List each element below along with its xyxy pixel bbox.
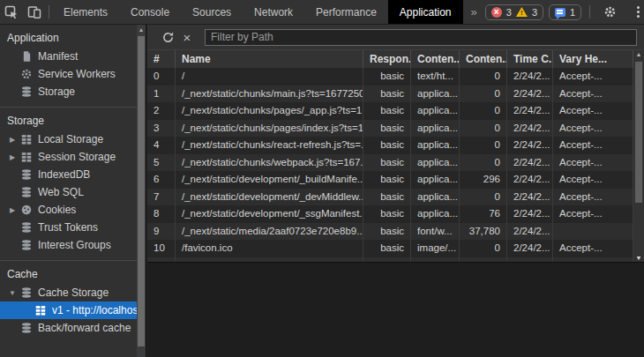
column-header-time-c[interactable]: Time C... xyxy=(507,50,553,68)
device-toolbar-icon[interactable] xyxy=(23,0,46,24)
panel-tabs: ElementsConsoleSourcesNetworkPerformance… xyxy=(52,0,463,24)
table-row[interactable]: 4/_next/static/chunks/react-refresh.js?t… xyxy=(147,137,644,154)
table-cell: basic xyxy=(363,102,411,120)
sidebar-item-back-forward-cache[interactable]: Back/forward cache xyxy=(0,319,146,337)
table-icon xyxy=(34,303,48,317)
sidebar-item-cache-storage[interactable]: ▼Cache Storage xyxy=(0,284,146,301)
table-cell: /_next/static/chunks/webpack.js?ts=167..… xyxy=(176,154,363,172)
column-header-conten[interactable]: Conten... xyxy=(460,50,507,68)
sidebar-item-label: Service Workers xyxy=(38,68,116,80)
sidebar-item-local-storage[interactable]: ▶Local Storage xyxy=(0,130,146,148)
more-tabs-button[interactable]: » xyxy=(463,0,485,24)
table-cell: /_next/static/chunks/pages/index.js?ts=1… xyxy=(176,120,363,138)
database-icon xyxy=(19,167,34,182)
disclosure-triangle-icon[interactable]: ▶ xyxy=(7,153,18,161)
refresh-icon[interactable] xyxy=(158,31,177,44)
sidebar-item-storage[interactable]: Storage xyxy=(0,83,146,100)
table-cell: applica... xyxy=(411,154,460,172)
table-cell: /_next/static/development/_ssgManifest..… xyxy=(176,205,363,223)
disclosure-triangle-icon[interactable]: ▶ xyxy=(7,136,18,144)
sidebar-item-manifest[interactable]: Manifest xyxy=(0,48,146,65)
scroll-up-icon[interactable]: ▲ xyxy=(137,26,146,33)
cache-storage-panel: × #NameRespon...Conten...Conten...Time C… xyxy=(147,25,644,357)
table-cell: 296 xyxy=(460,171,507,189)
tab-sources[interactable]: Sources xyxy=(181,0,243,24)
sidebar-item-service-workers[interactable]: Service Workers xyxy=(0,65,146,83)
clear-icon[interactable]: × xyxy=(177,31,197,44)
scrollbar-thumb[interactable] xyxy=(635,62,642,203)
sidebar-sections: ApplicationManifestService WorkersStorag… xyxy=(0,25,146,343)
table-cell: 3 xyxy=(147,120,176,138)
table-cell: basic xyxy=(363,171,411,189)
sidebar-item-label: v1 - http://localhos xyxy=(52,304,138,316)
table-cell: 2/24/2... xyxy=(507,68,553,86)
scroll-down-icon[interactable]: ▼ xyxy=(633,255,644,261)
filter-by-path-input[interactable] xyxy=(205,29,637,46)
table-cell: Accept-... xyxy=(553,171,633,189)
error-icon: × xyxy=(491,7,502,18)
sidebar-item-label: Trust Tokens xyxy=(38,221,98,234)
table-cell: 0 xyxy=(460,137,507,154)
tab-elements[interactable]: Elements xyxy=(52,0,119,24)
column-header-conten[interactable]: Conten... xyxy=(411,50,460,68)
table-scrollbar[interactable]: ▲ ▼ xyxy=(633,50,644,262)
tab-console[interactable]: Console xyxy=(119,0,181,24)
sidebar-item-v1-http-localhos[interactable]: v1 - http://localhos xyxy=(0,301,146,319)
disclosure-triangle-icon[interactable]: ▶ xyxy=(7,206,18,214)
table-cell: Accept-... xyxy=(553,86,633,103)
tab-application[interactable]: Application xyxy=(388,0,463,24)
table-row[interactable]: 7/_next/static/development/_devMiddlew..… xyxy=(147,189,644,206)
kebab-menu-icon[interactable] xyxy=(626,6,644,18)
issues-badge[interactable]: 1 xyxy=(549,4,581,20)
sidebar-item-cookies[interactable]: ▶Cookies xyxy=(0,201,146,219)
disclosure-triangle-icon[interactable]: ▼ xyxy=(7,289,18,297)
table-cell: 6 xyxy=(147,171,176,189)
sidebar-item-web-sql[interactable]: Web SQL xyxy=(0,183,146,201)
table-cell: /_next/static/chunks/react-refresh.js?ts… xyxy=(176,137,363,154)
sidebar-item-interest-groups[interactable]: Interest Groups xyxy=(0,236,146,254)
sidebar-item-label: Back/forward cache xyxy=(38,322,131,334)
table-row[interactable]: 3/_next/static/chunks/pages/index.js?ts=… xyxy=(147,120,644,138)
column-header-number[interactable]: # xyxy=(147,50,176,68)
tab-performance[interactable]: Performance xyxy=(304,0,388,24)
gear-icon[interactable] xyxy=(598,5,621,19)
database-icon xyxy=(19,238,34,252)
sidebar-scrollbar[interactable]: ▲ xyxy=(137,25,146,357)
sidebar-item-session-storage[interactable]: ▶Session Storage xyxy=(0,148,146,166)
table-row[interactable]: 2/_next/static/chunks/pages/_app.js?ts=1… xyxy=(147,102,644,120)
console-errors-warnings-badge[interactable]: × 3 ! 3 xyxy=(485,4,543,20)
table-cell: 7 xyxy=(147,189,176,206)
column-header-vary-he[interactable]: Vary He... xyxy=(553,50,633,68)
table-row[interactable]: 9/_next/static/media/2aaf0723e720e8b9...… xyxy=(147,223,644,241)
table-cell: basic xyxy=(363,120,411,138)
scrollbar-thumb[interactable] xyxy=(138,36,145,346)
table-cell: Accept-... xyxy=(553,154,633,172)
column-header-name[interactable]: Name xyxy=(176,50,363,68)
table-row[interactable]: 8/_next/static/development/_ssgManifest.… xyxy=(147,205,644,223)
table-cell: 37,780 xyxy=(460,223,507,241)
table-cell: /_next/static/media/2aaf0723e720e8b9.... xyxy=(176,223,363,241)
table-row[interactable]: 6/_next/static/development/_buildManife.… xyxy=(147,171,644,189)
table-row[interactable]: 10/favicon.icobasicimage/...02/24/2...Ac… xyxy=(147,240,644,257)
table-cell: 0 xyxy=(460,240,507,257)
column-header-respon[interactable]: Respon... xyxy=(363,50,411,68)
scroll-up-icon[interactable]: ▲ xyxy=(633,51,644,57)
table-cell: font/w... xyxy=(411,223,460,241)
table-cell: 2 xyxy=(147,102,176,120)
table-cell: 2/24/2... xyxy=(507,154,553,172)
table-cell: 2/24/2... xyxy=(507,171,553,189)
sidebar-item-trust-tokens[interactable]: Trust Tokens xyxy=(0,219,146,236)
sidebar-item-indexeddb[interactable]: IndexedDB xyxy=(0,166,146,183)
tab-network[interactable]: Network xyxy=(243,0,304,24)
table-row[interactable]: 5/_next/static/chunks/webpack.js?ts=167.… xyxy=(147,154,644,172)
toolbar-divider xyxy=(49,5,49,19)
table-row[interactable]: 1/_next/static/chunks/main.js?ts=1677250… xyxy=(147,86,644,103)
cache-entry-preview-pane xyxy=(147,262,644,357)
table-cell: 0 xyxy=(460,102,507,120)
table-row[interactable]: 0/basictext/ht...02/24/2...Accept-... xyxy=(147,68,644,86)
table-cell: Accept-... xyxy=(553,120,633,138)
table-cell: 1 xyxy=(147,86,176,103)
table-cell: 9 xyxy=(147,223,176,241)
inspect-element-icon[interactable] xyxy=(0,0,23,24)
table-cell: 0 xyxy=(460,86,507,103)
